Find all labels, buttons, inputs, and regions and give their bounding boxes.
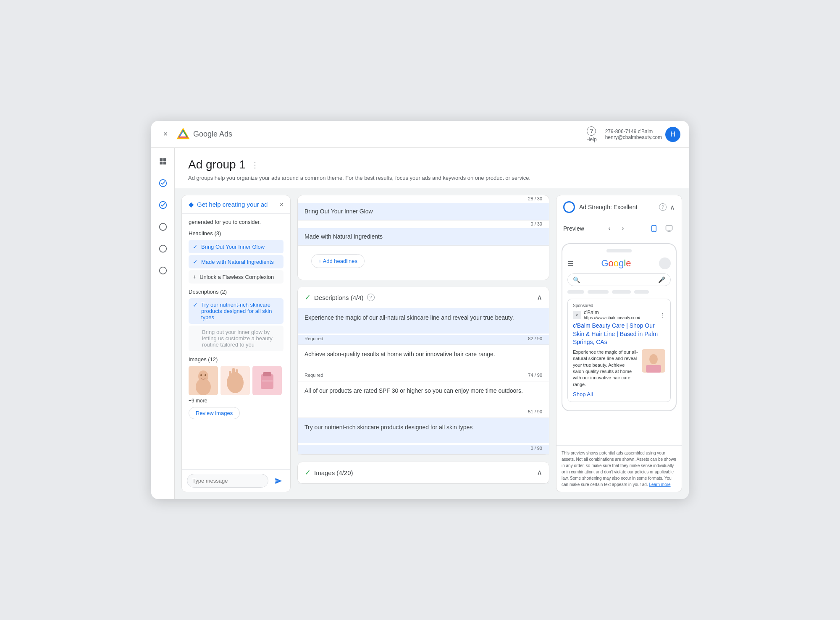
- headline-item-3[interactable]: + Unlock a Flawless Complexion: [189, 270, 284, 284]
- svg-rect-4: [160, 162, 163, 165]
- svg-point-10: [159, 267, 166, 274]
- message-input[interactable]: [187, 474, 268, 488]
- ai-assistant-panel: ◆ Get help creating your ad × generated …: [181, 195, 291, 492]
- descriptions-info-icon[interactable]: ?: [367, 294, 375, 301]
- descriptions-header-left: ✓ Descriptions (4/4) ?: [304, 293, 375, 302]
- images-header: ✓ Images (4/20) ∧: [298, 462, 549, 483]
- ad-desc-row: Experience the magic of our all-natural …: [573, 349, 665, 388]
- menu-dots-button[interactable]: ⋮: [251, 160, 259, 170]
- account-phone: 279-806-7149 c'Balm henry@cbalmbeauty.co…: [605, 129, 662, 140]
- sidebar-icon-circle2[interactable]: [156, 242, 170, 255]
- desktop-device-button[interactable]: [663, 223, 675, 234]
- topbar: × Google Ads ?: [151, 121, 689, 148]
- desc-3-counter: 51 / 90: [528, 409, 542, 414]
- review-images-button[interactable]: Review images: [189, 407, 240, 419]
- ad-options-icon[interactable]: ⋮: [659, 312, 665, 318]
- desc-3-wrapper: All of our products are rated SPF 30 or …: [298, 381, 549, 418]
- help-button[interactable]: ? Help: [586, 126, 597, 142]
- google-ads-logo: Google Ads: [176, 128, 232, 141]
- sidebar-icon-check1[interactable]: [156, 176, 170, 190]
- ad-shop-all-link[interactable]: Shop All: [573, 391, 665, 397]
- preview-next-button[interactable]: ›: [617, 223, 629, 234]
- descriptions-collapse-button[interactable]: ∧: [537, 293, 542, 302]
- ad-strength-left: Ad Strength: Excellent: [563, 201, 638, 213]
- headline-text-2: Made with Natural Ingredients: [201, 259, 274, 265]
- ai-generated-text: generated for you to consider.: [189, 219, 284, 225]
- desc-3-input[interactable]: All of our products are rated SPF 30 or …: [298, 381, 549, 407]
- close-button[interactable]: ×: [160, 129, 171, 140]
- sidebar-icon-circle1[interactable]: [156, 220, 170, 234]
- svg-rect-24: [262, 381, 273, 381]
- desc-1-wrapper: Experience the magic of our all-natural …: [298, 308, 549, 345]
- three-col-layout: ◆ Get help creating your ad × generated …: [175, 188, 689, 499]
- ad-headline: c'Balm Beauty Care | Shop Our Skin & Hai…: [573, 322, 665, 347]
- svg-point-8: [159, 223, 166, 231]
- ai-panel-header: ◆ Get help creating your ad ×: [182, 195, 290, 214]
- sidebar: [151, 148, 175, 499]
- headline-item-2[interactable]: ✓ Made with Natural Ingredients: [189, 255, 284, 268]
- descriptions-section: ✓ Descriptions (4/4) ? ∧ Experience the …: [297, 287, 549, 455]
- strength-circle-icon: [563, 201, 575, 213]
- learn-more-link[interactable]: Learn more: [649, 482, 670, 487]
- mobile-device-button[interactable]: [648, 223, 660, 234]
- headlines-section: 28 / 30 0 / 30 + Add headlines: [297, 195, 549, 280]
- mic-icon: 🎤: [658, 276, 665, 283]
- images-collapse-button[interactable]: ∧: [537, 468, 542, 477]
- ad-brand-url: https://www.cbalmbeauty.com/: [584, 315, 640, 320]
- headline-2-wrapper: 0 / 30: [298, 221, 549, 246]
- svg-rect-5: [163, 162, 166, 165]
- phone-frame: ☰ Google 🔍 🎤: [562, 243, 677, 411]
- desc-2-input[interactable]: Achieve salon-quality results at home wi…: [298, 345, 549, 370]
- send-button[interactable]: [272, 474, 285, 488]
- desc-1-required: Required: [304, 336, 323, 341]
- desc-1-meta: Required 82 / 90: [298, 335, 549, 344]
- sidebar-icon-check2[interactable]: [156, 198, 170, 212]
- desc-2-counter: 74 / 90: [528, 373, 542, 378]
- images-grid: [189, 366, 284, 395]
- svg-rect-3: [163, 158, 166, 161]
- desc-2-required: Required: [304, 373, 323, 378]
- account-avatar[interactable]: H: [665, 127, 680, 142]
- headline-item-1[interactable]: ✓ Bring Out Your Inner Glow: [189, 240, 284, 253]
- desc-text-1: Try our nutrient-rich skincare products …: [201, 302, 279, 321]
- desc-4-input[interactable]: Try our nutrient-rich skincare products …: [298, 418, 549, 443]
- svg-point-29: [649, 354, 658, 364]
- desc-item-1[interactable]: ✓ Try our nutrient-rich skincare product…: [189, 298, 284, 324]
- hamburger-icon: ☰: [567, 260, 573, 268]
- headlines-label: Headlines (3): [189, 230, 284, 236]
- check-icon-1: ✓: [193, 243, 198, 250]
- ad-strength-collapse-button[interactable]: ∧: [670, 203, 675, 211]
- page-header: Ad group 1 ⋮ Ad groups help you organize…: [175, 148, 689, 188]
- images-header-left: ✓ Images (4/20): [304, 468, 353, 477]
- descriptions-label: Descriptions (4/4): [314, 294, 364, 301]
- sidebar-icon-circle3[interactable]: [156, 264, 170, 277]
- desc-item-2[interactable]: Bring out your inner glow by letting us …: [189, 326, 284, 351]
- ad-brand-icon: c: [573, 311, 581, 319]
- sidebar-icon-grid[interactable]: [156, 155, 170, 168]
- ad-strength-row: Ad Strength: Excellent ? ∧: [556, 195, 682, 219]
- preview-nav: ‹ ›: [604, 223, 629, 234]
- headline-1-input[interactable]: [298, 203, 549, 220]
- images-section: Images (12): [189, 356, 284, 419]
- headline-text-3: Unlock a Flawless Complexion: [200, 274, 274, 280]
- add-headlines-button[interactable]: + Add headlines: [311, 254, 365, 268]
- svg-point-15: [205, 374, 206, 376]
- preview-prev-button[interactable]: ‹: [604, 223, 615, 234]
- add-headlines-wrapper: + Add headlines: [298, 246, 549, 280]
- svg-rect-23: [263, 372, 271, 376]
- svg-rect-18: [232, 368, 235, 381]
- help-icon: ?: [587, 126, 596, 136]
- google-user-avatar: [659, 257, 671, 269]
- desc-1-counter: 82 / 90: [528, 336, 542, 341]
- desc-1-input[interactable]: Experience the magic of our all-natural …: [298, 308, 549, 334]
- ad-card: Sponsored c c'Balm https://www.cbalmbeau…: [567, 299, 671, 402]
- ad-strength-info-icon[interactable]: ?: [659, 203, 667, 211]
- diamond-icon: ◆: [189, 200, 194, 208]
- ad-brand-row: c c'Balm https://www.cbalmbeauty.com/ ⋮: [573, 310, 665, 320]
- headline-2-input[interactable]: [298, 228, 549, 245]
- image-thumb-3: [252, 366, 282, 395]
- descriptions-check-icon: ✓: [304, 293, 311, 302]
- check-icon-desc-1: ✓: [193, 302, 198, 308]
- search-icon: 🔍: [573, 276, 580, 283]
- ai-panel-close-button[interactable]: ×: [280, 201, 284, 208]
